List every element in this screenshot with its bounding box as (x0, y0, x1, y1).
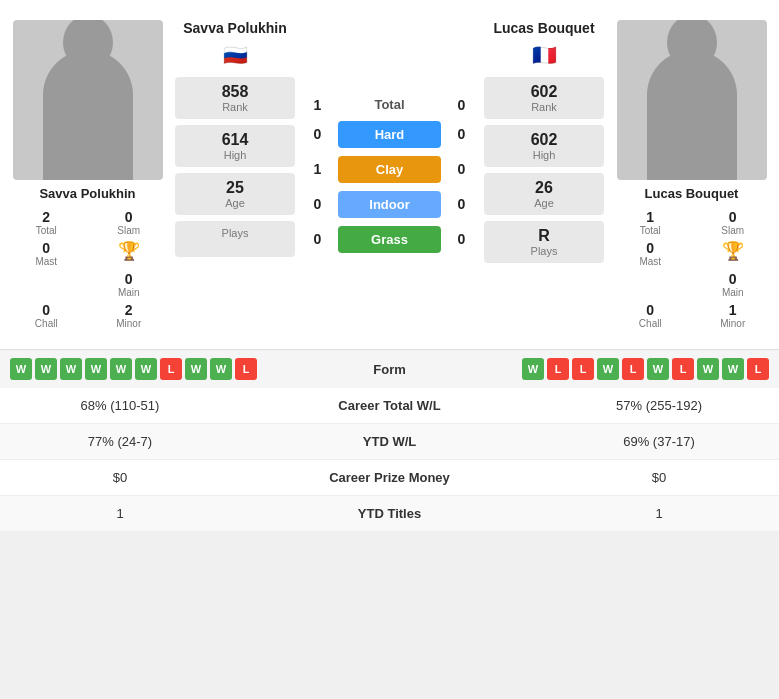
player2-main-label: Main (722, 287, 744, 298)
player2-total-value: 1 (646, 209, 654, 225)
indoor-score-left: 0 (305, 196, 330, 212)
player2-mast-label: Mast (639, 256, 661, 267)
player1-high-value: 614 (185, 131, 285, 149)
player1-flag: 🇷🇺 (223, 43, 248, 67)
form-badge-p1: W (110, 358, 132, 380)
player2-age-box: 26 Age (484, 173, 604, 215)
grass-score-right: 0 (449, 231, 474, 247)
player2-slam-cell: 0 Slam (697, 209, 770, 236)
player2-name-right: Lucas Bouquet (493, 20, 594, 37)
player1-mast-value: 0 (42, 240, 50, 256)
form-badge-p2: W (597, 358, 619, 380)
trophy-icon-left: 🏆 (118, 240, 140, 262)
player1-total-label: Total (36, 225, 57, 236)
player1-total-cell: 2 Total (10, 209, 83, 236)
player1-name-middle: Savva Polukhin (183, 20, 286, 37)
player2-avatar (617, 20, 767, 180)
player1-chall-cell: 0 Chall (10, 302, 83, 329)
total-label: Total (338, 97, 441, 112)
indoor-score-right: 0 (449, 196, 474, 212)
form-badge-p1: W (210, 358, 232, 380)
player2-age-label: Age (494, 197, 594, 209)
player2-rank-label: Rank (494, 101, 594, 113)
player2-rank-value: 602 (494, 83, 594, 101)
hard-badge: Hard (338, 121, 441, 148)
player2-high-label: High (494, 149, 594, 161)
player2-chall-value: 0 (646, 302, 654, 318)
player1-rank-value: 858 (185, 83, 285, 101)
stats-row-left-3: 1 (20, 506, 220, 521)
player1-plays-label: Plays (185, 227, 285, 239)
player1-main-cell: 0 Main (93, 271, 166, 298)
player1-age-box: 25 Age (175, 173, 295, 215)
players-section: Savva Polukhin 2 Total 0 Slam 0 Mast 🏆 (0, 0, 779, 349)
player1-minor-cell: 2 Minor (93, 302, 166, 329)
grass-badge: Grass (338, 226, 441, 253)
stats-row-center-0: Career Total W/L (220, 398, 559, 413)
player2-right-stats: Lucas Bouquet 🇫🇷 602 Rank 602 High 26 Ag… (484, 10, 604, 339)
player1-middle-stats: Savva Polukhin 🇷🇺 858 Rank 614 High 25 A… (175, 10, 295, 339)
clay-score-left: 1 (305, 161, 330, 177)
stats-row-right-3: 1 (559, 506, 759, 521)
stats-row-right-1: 69% (37-17) (559, 434, 759, 449)
stats-row-2: $0Career Prize Money$0 (0, 460, 779, 496)
player1-mast-cell: 0 Mast (10, 240, 83, 267)
player1-avatar (13, 20, 163, 180)
player2-stats: 1 Total 0 Slam 0 Mast 🏆 0 Main (614, 209, 769, 329)
player1-slam-value: 0 (125, 209, 133, 225)
player1-rank-label: Rank (185, 101, 285, 113)
hard-score-left: 0 (305, 126, 330, 142)
player1-form-badges: WWWWWWLWWL (10, 358, 257, 380)
stats-row-3: 1YTD Titles1 (0, 496, 779, 532)
indoor-badge: Indoor (338, 191, 441, 218)
hard-score-right: 0 (449, 126, 474, 142)
form-badge-p2: W (722, 358, 744, 380)
player1-age-label: Age (185, 197, 285, 209)
player2-plays-box: R Plays (484, 221, 604, 263)
court-total-row: 1 Total 0 (305, 97, 474, 113)
player2-high-value: 602 (494, 131, 594, 149)
player2-total-label: Total (640, 225, 661, 236)
player1-slam-label: Slam (117, 225, 140, 236)
player2-chall-label: Chall (639, 318, 662, 329)
player1-chall-label: Chall (35, 318, 58, 329)
form-row: WWWWWWLWWL Form WLLWLWLWWL (10, 358, 769, 380)
player2-trophy-cell: 🏆 (697, 240, 770, 267)
main-container: Savva Polukhin 2 Total 0 Slam 0 Mast 🏆 (0, 0, 779, 532)
player2-slam-label: Slam (721, 225, 744, 236)
player1-mast-label: Mast (35, 256, 57, 267)
form-badge-p1: L (160, 358, 182, 380)
form-badge-p2: L (572, 358, 594, 380)
stats-row-1: 77% (24-7)YTD W/L69% (37-17) (0, 424, 779, 460)
form-badge-p2: W (647, 358, 669, 380)
stats-row-center-2: Career Prize Money (220, 470, 559, 485)
stats-row-left-2: $0 (20, 470, 220, 485)
player1-silhouette (43, 50, 133, 180)
player1-trophy-cell: 🏆 (93, 240, 166, 267)
clay-badge: Clay (338, 156, 441, 183)
player1-high-label: High (185, 149, 285, 161)
player2-silhouette (647, 50, 737, 180)
form-badge-p1: W (35, 358, 57, 380)
player2-plays-value: R (494, 227, 594, 245)
stats-row-left-0: 68% (110-51) (20, 398, 220, 413)
player2-rank-box: 602 Rank (484, 77, 604, 119)
player1-plays-box: Plays (175, 221, 295, 257)
player2-chall-cell: 0 Chall (614, 302, 687, 329)
total-score-right: 0 (449, 97, 474, 113)
player2-total-cell: 1 Total (614, 209, 687, 236)
player1-main-label: Main (118, 287, 140, 298)
form-badge-p2: L (547, 358, 569, 380)
player2-slam-value: 0 (729, 209, 737, 225)
player1-high-box: 614 High (175, 125, 295, 167)
player1-rank-box: 858 Rank (175, 77, 295, 119)
courts-section: 1 Total 0 0 Hard 0 1 Clay 0 0 Indoor 0 (295, 10, 484, 339)
player2-plays-label: Plays (494, 245, 594, 257)
player1-minor-value: 2 (125, 302, 133, 318)
court-grass-row: 0 Grass 0 (305, 226, 474, 253)
stats-row-right-2: $0 (559, 470, 759, 485)
player2-minor-cell: 1 Minor (697, 302, 770, 329)
form-badge-p1: W (135, 358, 157, 380)
player1-total-value: 2 (42, 209, 50, 225)
player2-minor-value: 1 (729, 302, 737, 318)
